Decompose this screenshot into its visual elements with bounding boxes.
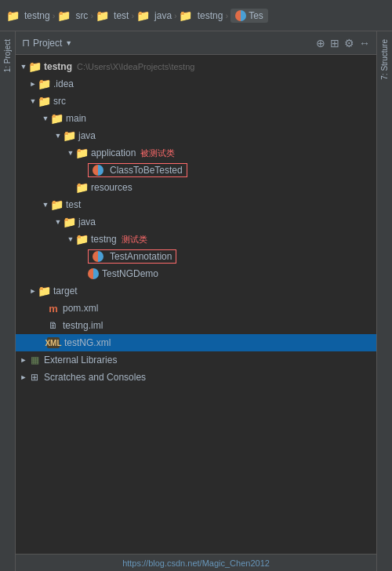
testannotation-label: TestAnnotation bbox=[110, 251, 172, 262]
right-sidebar: 7: Structure bbox=[376, 31, 392, 571]
breadcrumb-label: test bbox=[114, 10, 129, 21]
resources-folder-icon: 📁 bbox=[75, 182, 88, 193]
expand-arrow-ext-libs[interactable] bbox=[19, 356, 28, 364]
tree-src[interactable]: 📁 src bbox=[16, 93, 376, 110]
class-icon-testannotation bbox=[93, 251, 103, 262]
idea-folder-icon: 📁 bbox=[38, 78, 50, 89]
tree-java-test[interactable]: 📁 java bbox=[16, 213, 376, 231]
tree-classtobetested[interactable]: ClassToBeTested bbox=[16, 162, 376, 179]
settings-gear-icon[interactable]: ⚙ bbox=[344, 37, 354, 49]
tree-root[interactable]: 📁 testng C:\Users\X\IdeaProjects\testng bbox=[16, 58, 376, 75]
tree-testngdemo[interactable]: TestNGDemo bbox=[16, 265, 376, 282]
expand-arrow-root[interactable] bbox=[19, 63, 28, 71]
panel-header-icons: ⊕ ⊞ ⚙ ↔ bbox=[316, 37, 370, 49]
target-label: target bbox=[53, 286, 78, 296]
folder-green-icon: 📁 bbox=[136, 10, 149, 21]
tree-main[interactable]: 📁 main bbox=[16, 110, 376, 127]
pom-xml-label: pom.xml bbox=[63, 303, 98, 314]
breadcrumb-bar: 📁 testng › 📁 src › 📁 test › 📁 java › 📁 t… bbox=[0, 0, 392, 31]
tree-pom-xml[interactable]: m pom.xml bbox=[16, 300, 376, 317]
src-label: src bbox=[53, 96, 66, 107]
java-main-label: java bbox=[78, 130, 96, 141]
expand-arrow-java-main[interactable] bbox=[53, 132, 63, 140]
project-tab-label[interactable]: 1: Project bbox=[3, 39, 12, 72]
folder-icon: 📁 bbox=[180, 10, 192, 21]
target-folder-icon: 📁 bbox=[38, 286, 50, 296]
scratches-label: Scratches and Consoles bbox=[44, 372, 146, 383]
expand-arrow-idea[interactable] bbox=[28, 80, 38, 88]
testng-pkg-label: testng bbox=[91, 234, 117, 245]
tree-testng-xml[interactable]: XML testNG.xml bbox=[16, 334, 376, 351]
expand-arrow-target[interactable] bbox=[28, 287, 38, 295]
ext-libs-label: External Libraries bbox=[44, 355, 117, 366]
java-test-label: java bbox=[78, 216, 96, 227]
src-folder-icon: 📁 bbox=[38, 96, 50, 107]
folder-icon: 📁 bbox=[57, 10, 70, 21]
class-icon-testngdemo bbox=[88, 268, 99, 279]
java-test-folder-icon: 📁 bbox=[63, 216, 75, 227]
root-label: testng bbox=[44, 61, 72, 72]
idea-label: .idea bbox=[53, 78, 74, 89]
structure-tab-label[interactable]: 7: Structure bbox=[380, 39, 389, 80]
breadcrumb-label: testng bbox=[198, 10, 223, 21]
test-label: test bbox=[66, 199, 81, 210]
expand-arrow-java-test[interactable] bbox=[53, 218, 63, 226]
scratch-icon: ⊞ bbox=[28, 372, 41, 383]
panel-header: ⊓ Project ▼ ⊕ ⊞ ⚙ ↔ bbox=[16, 31, 376, 55]
tree-resources[interactable]: 📁 resources bbox=[16, 179, 376, 196]
split-icon[interactable]: ↔ bbox=[359, 37, 370, 49]
panel-title[interactable]: ⊓ Project ▼ bbox=[22, 37, 72, 49]
folder-icon: 📁 bbox=[6, 10, 19, 21]
testng-xml-label: testNG.xml bbox=[64, 337, 111, 348]
tree-testng-iml[interactable]: 🗎 testng.iml bbox=[16, 317, 376, 334]
tree-idea[interactable]: 📁 .idea bbox=[16, 75, 376, 93]
root-folder-icon: 📁 bbox=[28, 61, 41, 72]
ext-lib-icon: ▦ bbox=[28, 355, 41, 366]
xml-file-icon: XML bbox=[47, 337, 60, 348]
maven-icon: m bbox=[47, 303, 60, 314]
tree-test[interactable]: 📁 test bbox=[16, 196, 376, 213]
tree-testannotation[interactable]: TestAnnotation bbox=[16, 248, 376, 265]
panel-dropdown-arrow: ▼ bbox=[65, 39, 72, 47]
testng-iml-label: testng.iml bbox=[63, 320, 103, 331]
application-label: application bbox=[91, 147, 136, 158]
breadcrumb-label: java bbox=[154, 10, 172, 21]
left-sidebar: 1: Project bbox=[0, 31, 16, 571]
expand-all-icon[interactable]: ⊞ bbox=[330, 37, 339, 49]
project-panel: ⊓ Project ▼ ⊕ ⊞ ⚙ ↔ 📁 testng C:\Users\X\… bbox=[16, 31, 376, 571]
status-bar: https://blog.csdn.net/Magic_Chen2012 bbox=[16, 554, 376, 571]
breadcrumb-testng[interactable]: 📁 testng bbox=[6, 10, 50, 21]
expand-arrow-testng-pkg[interactable] bbox=[66, 235, 75, 243]
tree-application[interactable]: 📁 application 被测试类 bbox=[16, 144, 376, 162]
breadcrumb-label: Tes bbox=[249, 10, 263, 21]
tree-target[interactable]: 📁 target bbox=[16, 282, 376, 300]
testng-pkg-annotation: 测试类 bbox=[122, 234, 147, 245]
testngdemo-label: TestNGDemo bbox=[102, 268, 158, 279]
breadcrumb-src[interactable]: 📁 src bbox=[57, 10, 88, 21]
application-folder-icon: 📁 bbox=[75, 147, 88, 158]
expand-arrow-src[interactable] bbox=[28, 97, 38, 105]
panel-title-label: Project bbox=[33, 38, 62, 49]
status-url: https://blog.csdn.net/Magic_Chen2012 bbox=[122, 558, 270, 568]
tree-scratches[interactable]: ⊞ Scratches and Consoles bbox=[16, 369, 376, 386]
locate-icon[interactable]: ⊕ bbox=[316, 37, 325, 49]
expand-arrow-main[interactable] bbox=[41, 115, 50, 122]
expand-arrow-application[interactable] bbox=[66, 149, 75, 157]
expand-arrow-test[interactable] bbox=[41, 201, 50, 209]
expand-arrow-scratches[interactable] bbox=[19, 373, 28, 381]
breadcrumb-label: src bbox=[75, 10, 88, 21]
java-main-folder-icon: 📁 bbox=[63, 130, 75, 141]
testng-class-icon bbox=[235, 10, 246, 21]
resources-label: resources bbox=[91, 182, 132, 193]
breadcrumb-java[interactable]: 📁 java bbox=[136, 10, 172, 21]
breadcrumb-label: testng bbox=[24, 10, 50, 21]
main-folder-icon: 📁 bbox=[50, 113, 63, 124]
tree-external-libraries[interactable]: ▦ External Libraries bbox=[16, 351, 376, 369]
tree-testng-pkg[interactable]: 📁 testng 测试类 bbox=[16, 231, 376, 248]
iml-icon: 🗎 bbox=[47, 320, 60, 331]
breadcrumb-tab-tes[interactable]: Tes bbox=[230, 9, 268, 23]
breadcrumb-testng-pkg[interactable]: 📁 testng bbox=[180, 10, 223, 21]
breadcrumb-test[interactable]: 📁 test bbox=[96, 10, 129, 21]
tree-java-main[interactable]: 📁 java bbox=[16, 127, 376, 144]
folder-icon: 📁 bbox=[96, 10, 108, 21]
